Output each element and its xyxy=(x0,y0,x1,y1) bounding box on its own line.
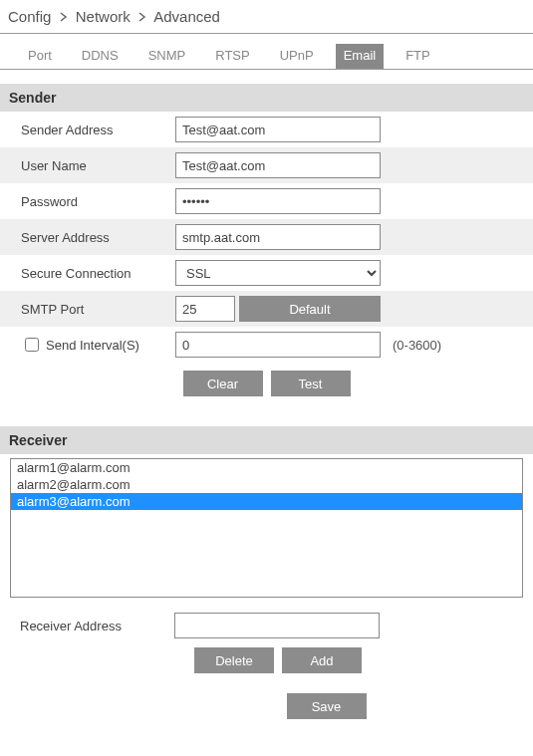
sender-button-row: Clear Test xyxy=(0,371,533,396)
label-smtp-port: SMTP Port xyxy=(21,302,175,317)
label-send-interval: Send Interval(S) xyxy=(46,338,139,353)
tab-rtsp[interactable]: RTSP xyxy=(207,44,257,69)
save-button[interactable]: Save xyxy=(287,693,367,719)
row-password: Password xyxy=(0,183,533,219)
default-port-button[interactable]: Default xyxy=(239,296,381,322)
input-receiver-address[interactable] xyxy=(174,613,380,638)
list-item[interactable]: alarm2@alarm.com xyxy=(11,476,522,493)
tab-upnp[interactable]: UPnP xyxy=(272,44,322,69)
breadcrumb-advanced: Advanced xyxy=(153,8,220,25)
label-password: Password xyxy=(21,194,175,209)
label-receiver-address: Receiver Address xyxy=(20,619,174,633)
breadcrumb-network[interactable]: Network xyxy=(76,8,131,25)
checkbox-send-interval[interactable] xyxy=(25,338,39,352)
label-sender-address: Sender Address xyxy=(21,123,175,137)
receiver-header: Receiver xyxy=(0,426,533,454)
input-password[interactable] xyxy=(175,188,381,214)
label-user-name: User Name xyxy=(21,158,175,173)
tab-ddns[interactable]: DDNS xyxy=(74,44,127,69)
list-item[interactable]: alarm3@alarm.com xyxy=(11,493,522,510)
receiver-list[interactable]: alarm1@alarm.com alarm2@alarm.com alarm3… xyxy=(10,458,523,598)
input-server-address[interactable] xyxy=(175,224,381,250)
clear-button[interactable]: Clear xyxy=(183,371,263,396)
tab-ftp[interactable]: FTP xyxy=(398,44,438,69)
label-server-address: Server Address xyxy=(21,230,175,245)
input-user-name[interactable] xyxy=(175,152,381,178)
row-server-address: Server Address xyxy=(0,219,533,255)
receiver-button-row: Delete Add xyxy=(194,647,533,673)
row-smtp-port: SMTP Port Default xyxy=(0,291,533,327)
breadcrumb: Config Network Advanced xyxy=(0,0,533,34)
input-sender-address[interactable] xyxy=(175,117,381,142)
tab-snmp[interactable]: SNMP xyxy=(140,44,194,69)
row-send-interval: Send Interval(S) (0-3600) xyxy=(0,327,533,363)
list-item[interactable]: alarm1@alarm.com xyxy=(11,459,522,476)
tabs-bar: Port DDNS SNMP RTSP UPnP Email FTP xyxy=(0,34,533,70)
save-row: Save xyxy=(0,693,533,719)
test-button[interactable]: Test xyxy=(271,371,351,396)
breadcrumb-config[interactable]: Config xyxy=(8,8,51,25)
label-secure-connection: Secure Connection xyxy=(21,266,175,281)
caret-icon xyxy=(60,8,68,25)
sender-header: Sender xyxy=(0,84,533,112)
add-button[interactable]: Add xyxy=(282,647,362,673)
tab-port[interactable]: Port xyxy=(20,44,60,69)
input-smtp-port[interactable] xyxy=(175,296,235,322)
row-secure-connection: Secure Connection SSL xyxy=(0,255,533,291)
row-receiver-address: Receiver Address xyxy=(0,608,533,643)
row-user-name: User Name xyxy=(0,147,533,183)
row-sender-address: Sender Address xyxy=(0,112,533,147)
input-send-interval[interactable] xyxy=(175,332,381,358)
tab-email[interactable]: Email xyxy=(336,44,385,69)
hint-send-interval: (0-3600) xyxy=(393,338,441,353)
select-secure-connection[interactable]: SSL xyxy=(175,260,381,286)
delete-button[interactable]: Delete xyxy=(194,647,274,673)
caret-icon xyxy=(138,8,146,25)
